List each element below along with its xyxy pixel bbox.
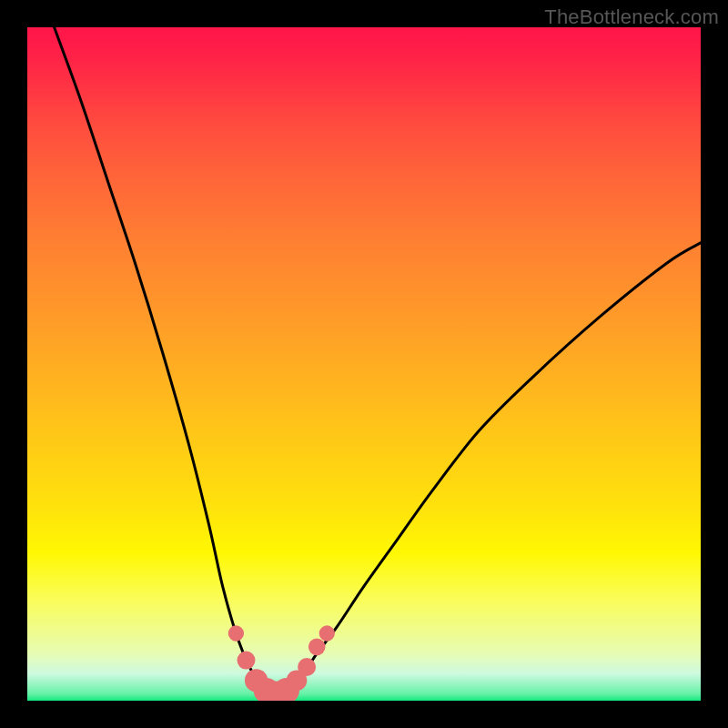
data-dot xyxy=(228,625,244,641)
data-dot xyxy=(238,652,256,670)
curve-right xyxy=(290,243,701,687)
curve-left xyxy=(55,27,263,687)
plot-area xyxy=(27,27,701,701)
data-dot xyxy=(319,625,335,641)
curves-svg xyxy=(27,27,701,701)
data-dot xyxy=(298,658,316,676)
chart-frame: TheBottleneck.com xyxy=(0,0,728,728)
data-dot xyxy=(308,638,326,655)
watermark-text: TheBottleneck.com xyxy=(544,5,719,29)
